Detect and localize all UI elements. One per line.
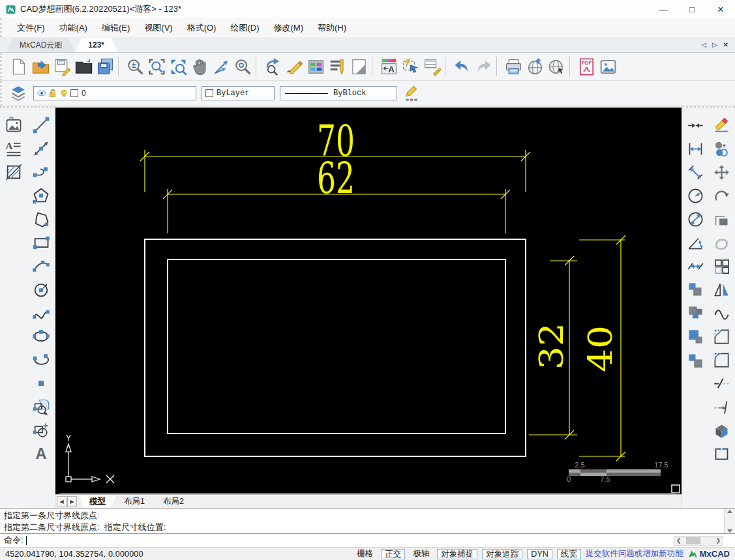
dim-converge-icon[interactable] bbox=[685, 115, 706, 136]
dim-radius-icon[interactable] bbox=[685, 186, 706, 206]
sketch-icon[interactable] bbox=[284, 56, 305, 78]
inner-rectangle[interactable] bbox=[168, 259, 505, 434]
scroll-down-icon[interactable] bbox=[727, 529, 732, 533]
status-toggle[interactable]: 线宽 bbox=[557, 549, 581, 559]
zoom-center-icon[interactable] bbox=[232, 56, 254, 78]
zoom-inout-icon[interactable]: ± bbox=[125, 56, 146, 78]
save-all-icon[interactable] bbox=[95, 56, 116, 78]
palette-icon[interactable] bbox=[305, 56, 327, 78]
menu-item[interactable]: 文件(F) bbox=[10, 20, 52, 37]
command-input-row[interactable]: 命令: ❮ ❯ bbox=[0, 533, 735, 547]
text-style-icon[interactable]: A bbox=[378, 56, 400, 78]
rotate-icon[interactable] bbox=[712, 186, 732, 206]
menu-item[interactable]: 绘图(D) bbox=[223, 20, 266, 37]
polyline-icon[interactable] bbox=[31, 162, 52, 183]
dim-aligned-icon[interactable] bbox=[685, 162, 706, 183]
dim-style-b-icon[interactable] bbox=[685, 303, 706, 323]
zoom-extents-icon[interactable] bbox=[168, 56, 189, 78]
quick-select-icon[interactable] bbox=[400, 56, 421, 78]
dim-style-a-icon[interactable] bbox=[685, 280, 706, 300]
tab-scroll-left-icon[interactable]: ◁ bbox=[701, 41, 706, 48]
status-toggle[interactable]: 极轴 bbox=[410, 549, 432, 559]
zoom-window-icon[interactable] bbox=[146, 56, 168, 78]
open-file-icon[interactable] bbox=[30, 56, 52, 78]
erase-icon[interactable] bbox=[712, 115, 732, 136]
status-toggle[interactable]: 栅格 bbox=[353, 549, 376, 559]
fillet-icon[interactable] bbox=[712, 350, 732, 370]
move-icon[interactable] bbox=[712, 162, 732, 183]
command-scrollbar-horizontal[interactable]: ❮ ❯ bbox=[674, 536, 723, 546]
scroll-right-icon[interactable]: ❯ bbox=[713, 537, 723, 544]
circle-icon[interactable] bbox=[31, 279, 52, 300]
extend-icon[interactable] bbox=[712, 397, 732, 417]
mtext-icon[interactable]: A bbox=[3, 138, 24, 159]
status-toggle[interactable]: 正交 bbox=[381, 549, 405, 559]
layout-tab[interactable]: 布局2 bbox=[153, 495, 194, 508]
minimize-button[interactable]: — bbox=[649, 0, 678, 18]
menu-item[interactable]: 功能(A) bbox=[52, 20, 95, 37]
print-icon[interactable] bbox=[503, 56, 524, 78]
hatch-icon[interactable] bbox=[3, 162, 24, 183]
save-icon[interactable] bbox=[52, 56, 73, 78]
pan-icon[interactable] bbox=[189, 56, 211, 78]
status-toggle[interactable]: 对象追踪 bbox=[482, 549, 522, 559]
layout-scroll-left-icon[interactable]: ◀ bbox=[57, 496, 67, 507]
ucs-axes-icon[interactable] bbox=[211, 56, 232, 78]
group-icon[interactable] bbox=[712, 444, 732, 464]
match-prop-icon[interactable] bbox=[421, 56, 443, 78]
spline-icon[interactable] bbox=[31, 302, 52, 323]
polygon-icon[interactable] bbox=[31, 185, 52, 206]
new-layout-icon[interactable] bbox=[348, 56, 370, 78]
copy-icon[interactable] bbox=[712, 139, 732, 159]
ellipse-icon[interactable] bbox=[31, 326, 52, 347]
line-icon[interactable] bbox=[31, 115, 52, 136]
command-scrollbar-vertical[interactable] bbox=[724, 508, 735, 534]
canvas-corner-handle[interactable] bbox=[672, 485, 680, 493]
point-icon[interactable] bbox=[31, 373, 52, 394]
make-block-icon[interactable] bbox=[31, 420, 52, 441]
undo-icon[interactable] bbox=[451, 56, 473, 78]
image-out-icon[interactable] bbox=[597, 56, 619, 78]
menu-item[interactable]: 编辑(E) bbox=[95, 20, 137, 37]
spline-fit-icon[interactable] bbox=[712, 303, 732, 323]
arc-icon[interactable] bbox=[31, 256, 52, 276]
command-window[interactable]: 指定第一条尺寸界线原点:指定第二条尺寸界线原点: 指定尺寸线位置: 命令: ❮ … bbox=[0, 508, 735, 547]
linetype-edit-icon[interactable] bbox=[402, 83, 422, 103]
closed-pline-icon[interactable] bbox=[31, 209, 52, 229]
document-tab[interactable]: 123* bbox=[75, 38, 117, 52]
status-toggle[interactable]: DYN bbox=[527, 549, 552, 559]
publish-icon[interactable] bbox=[524, 56, 546, 78]
color-select[interactable]: ByLayer bbox=[202, 86, 275, 100]
ellipse-arc-icon[interactable] bbox=[31, 349, 52, 370]
linetype-select[interactable]: ByBlock bbox=[280, 86, 397, 100]
document-tab[interactable]: MxCAD云图 bbox=[7, 38, 75, 52]
status-toggle[interactable]: 对象捕捉 bbox=[437, 549, 477, 559]
mirror-icon[interactable] bbox=[712, 280, 732, 300]
dim-diameter-icon[interactable] bbox=[685, 209, 706, 229]
offset-icon[interactable] bbox=[712, 209, 732, 229]
dimension-lines[interactable] bbox=[140, 150, 625, 461]
layout-tab[interactable]: 模型 bbox=[79, 495, 116, 508]
insert-image-icon[interactable] bbox=[3, 115, 24, 136]
dim-linear-icon[interactable] bbox=[685, 139, 706, 159]
text-icon[interactable]: A bbox=[31, 443, 52, 464]
scroll-left-icon[interactable]: ❮ bbox=[674, 537, 683, 544]
layer-select[interactable]: 0 bbox=[33, 86, 196, 100]
menu-item[interactable]: 格式(O) bbox=[180, 20, 224, 37]
pdf-icon[interactable]: PDF bbox=[576, 56, 597, 78]
dim-angular-icon[interactable] bbox=[685, 233, 706, 253]
close-button[interactable]: ✕ bbox=[706, 0, 735, 18]
dim-style-c-icon[interactable] bbox=[685, 327, 706, 347]
outer-rectangle[interactable] bbox=[145, 239, 526, 456]
mtext-edit-icon[interactable] bbox=[327, 56, 348, 78]
dim-style-d-icon[interactable] bbox=[685, 350, 706, 370]
array-icon[interactable] bbox=[712, 256, 732, 276]
insert-block-icon[interactable] bbox=[31, 396, 52, 417]
scrollbar-thumb[interactable] bbox=[686, 537, 700, 544]
new-file-icon[interactable] bbox=[8, 56, 30, 78]
layers-icon[interactable] bbox=[8, 83, 28, 103]
scroll-up-icon[interactable] bbox=[727, 510, 732, 513]
chamfer-icon[interactable] bbox=[712, 327, 732, 347]
menu-item[interactable]: 视图(V) bbox=[137, 20, 179, 37]
drawing-canvas[interactable]: 70 62 32 40 Y 2.5 17.5 0 bbox=[55, 108, 682, 494]
